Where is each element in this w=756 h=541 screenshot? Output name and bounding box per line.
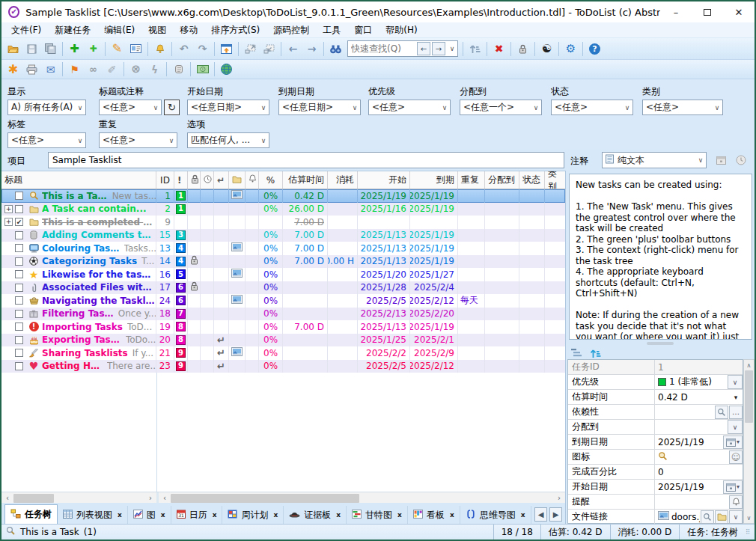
filter-due_date-select[interactable]: <任意日期>∨ [278, 100, 361, 115]
task-row[interactable]: Associated Files with T...1760%2025/1/28… [1, 281, 565, 295]
redo-icon[interactable]: ↷ [193, 40, 212, 58]
reminder-icon[interactable] [150, 40, 169, 58]
calendar-icon[interactable]: ▾ [723, 480, 743, 494]
filter-status-select[interactable]: <任意>∨ [551, 100, 633, 115]
task-checkbox[interactable]: ✔ [15, 218, 23, 226]
attribute-value[interactable]: 1 [655, 360, 743, 374]
menu-item-3[interactable]: 视图 [141, 22, 173, 38]
task-row[interactable]: !Importing TasksToD...1980%7.00 D2025/1/… [1, 320, 565, 334]
attribute-value[interactable]: 1 (非常低) [655, 375, 727, 389]
browse-folder-icon[interactable] [715, 510, 728, 524]
attribute-value[interactable]: 2025/1/19 [655, 435, 722, 449]
vscroll-thumb[interactable] [745, 370, 753, 423]
filter-category-select[interactable]: <任意>∨ [642, 100, 723, 115]
app-logo-icon[interactable]: ✱ [4, 61, 22, 78]
attribute-value[interactable]: 2025/1/19 [655, 480, 722, 494]
quick-search-input[interactable] [348, 42, 417, 55]
close-tab-icon[interactable]: x [161, 511, 165, 519]
tab-chart[interactable]: 图x [128, 506, 171, 524]
column-header-4[interactable] [201, 171, 214, 189]
delete-task-icon[interactable]: ✖ [490, 40, 508, 58]
attribute-value[interactable]: doors.jp [655, 510, 700, 524]
chevron-down-icon[interactable]: ∨ [728, 420, 743, 434]
column-header-1[interactable]: ID [156, 171, 174, 189]
task-row[interactable]: This is a TaskNew tas...110%0.42 D2025/1… [1, 189, 565, 203]
comments-time-button[interactable] [733, 153, 749, 168]
edit-attributes-icon[interactable] [126, 40, 145, 58]
filter-tag-select[interactable]: <任意>∨ [7, 132, 86, 148]
close-tab-icon[interactable]: x [397, 511, 402, 519]
menu-item-0[interactable]: 文件(F) [4, 22, 48, 38]
filter-start_date-select[interactable]: <任意日期>∨ [187, 100, 269, 115]
chevron-down-icon[interactable]: ∨ [728, 375, 743, 389]
filter-priority-select[interactable]: <任意>∨ [368, 100, 451, 115]
column-header-15[interactable]: 状态 [519, 171, 545, 189]
filter-recurrence-select[interactable]: <任意>∨ [99, 132, 177, 148]
task-checkbox[interactable] [15, 270, 23, 278]
expand-icon[interactable]: + [4, 205, 13, 213]
project-title-input[interactable]: Sample Tasklist [48, 152, 564, 168]
expand-icon[interactable]: + [4, 218, 13, 226]
shortcuts-icon[interactable]: ϟ [145, 61, 164, 78]
menu-item-8[interactable]: 窗口 [347, 22, 379, 38]
preferences-icon[interactable]: ⚙ [561, 40, 580, 58]
column-header-3[interactable] [188, 171, 201, 189]
find-tasks-icon[interactable] [326, 40, 345, 58]
website-icon[interactable] [217, 61, 236, 78]
column-header-16[interactable]: 类别 [545, 171, 565, 189]
menu-item-5[interactable]: 排序方式(S) [204, 22, 266, 38]
tab-mindmap[interactable]: 思维导图x [460, 506, 531, 524]
task-comments-text[interactable]: New tasks can be created using: 1. The '… [569, 174, 752, 340]
task-checkbox[interactable] [15, 349, 23, 357]
task-checkbox[interactable] [15, 362, 23, 370]
quick-search-box[interactable]: ←→∨ [347, 40, 458, 57]
column-header-9[interactable]: 估算时间 [283, 171, 328, 189]
filter-allocated_to-select[interactable]: <任意一个>∨ [460, 100, 542, 115]
toggle-style-icon[interactable]: ☯ [537, 40, 556, 58]
column-header-11[interactable]: 开始 [358, 171, 410, 189]
attribute-value[interactable]: 0.42 D [655, 390, 728, 404]
undo-icon[interactable]: ↶ [174, 40, 193, 58]
menu-item-9[interactable]: 帮助(H) [379, 22, 424, 38]
tab-kanban[interactable]: 看板x [408, 506, 460, 524]
filter-refresh-button[interactable]: ↻ [164, 100, 180, 115]
column-header-7[interactable] [246, 171, 259, 189]
close-button[interactable]: ✕ [723, 1, 755, 22]
minimize-button[interactable]: – [660, 1, 692, 22]
close-tab-icon[interactable]: x [521, 511, 525, 519]
filter-title_or_comment-select[interactable]: <任意>∨ [99, 100, 162, 115]
columns-pane-hscrollbar[interactable]: ‹ › [159, 492, 565, 503]
close-tab-icon[interactable]: x [336, 511, 341, 519]
task-checkbox[interactable] [15, 257, 23, 266]
task-row[interactable]: +A Task can contain...210%26.00 D2025/1/… [1, 203, 565, 216]
help-icon[interactable]: ? [585, 40, 604, 58]
menu-item-4[interactable]: 移动 [173, 22, 204, 38]
scroll-down-icon[interactable]: ∨ [747, 513, 752, 523]
flag-icon[interactable]: ⚑ [65, 61, 84, 78]
lock-icon[interactable] [513, 40, 532, 58]
scroll-right-icon[interactable]: › [144, 494, 156, 502]
close-tab-icon[interactable]: x [450, 511, 454, 519]
collapse-tasks-icon[interactable] [260, 40, 278, 58]
column-header-10[interactable]: 消耗 [328, 171, 358, 189]
sort-attributes-icon[interactable] [590, 348, 601, 361]
task-checkbox[interactable] [15, 310, 23, 318]
task-row[interactable]: Adding Comments to T...1530%7.00 D2025/1… [1, 229, 565, 242]
attribute-value[interactable] [655, 495, 728, 509]
task-row[interactable]: Colouring TasksTasks...1340%7.00 D2025/1… [1, 242, 565, 255]
task-row[interactable]: ♥Getting HelpThere are...239↵0%2025/2/52… [1, 360, 565, 373]
task-checkbox[interactable] [15, 244, 23, 252]
donate-icon[interactable] [193, 61, 212, 78]
attribute-value[interactable] [655, 450, 728, 464]
maximize-view-icon[interactable] [217, 40, 236, 58]
tab-list-view[interactable]: 列表视图x [58, 506, 128, 524]
task-checkbox[interactable] [15, 336, 23, 344]
send-email-icon[interactable]: ✉ [41, 61, 60, 78]
comments-format-select[interactable]: 纯文本 ∨ [602, 152, 707, 168]
hscroll-thumb[interactable] [13, 494, 54, 503]
search-prev-icon[interactable]: ← [417, 42, 430, 55]
menu-item-1[interactable]: 新建任务 [48, 22, 97, 38]
task-row[interactable]: Categorizing TasksT...1440%7.00 D0.00 H2… [1, 255, 565, 269]
task-row[interactable]: Navigating the Tasklist2460%2025/2/52025… [1, 294, 565, 308]
chevron-down-icon[interactable]: ∨ [447, 45, 457, 52]
